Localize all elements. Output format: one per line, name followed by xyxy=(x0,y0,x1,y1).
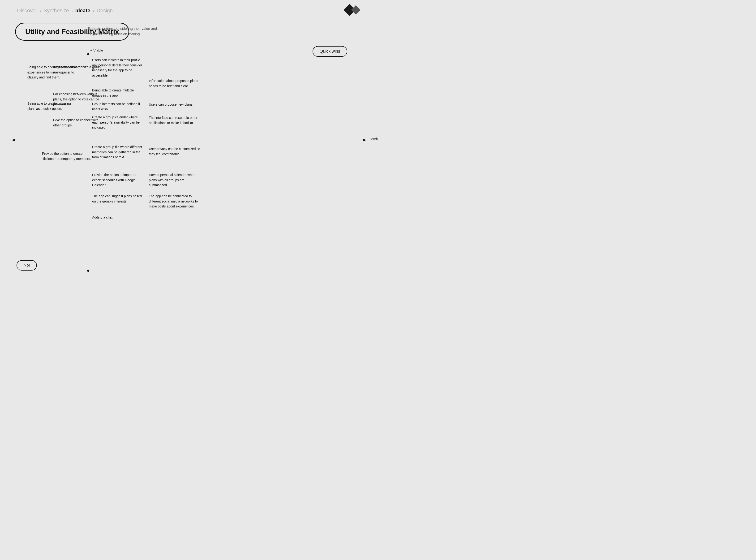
q2-right-item-2: Provide the option to import or export s… xyxy=(92,173,144,188)
breadcrumb-design[interactable]: Design xyxy=(97,7,113,14)
no-button[interactable]: No! xyxy=(17,260,37,271)
q2-mid-item-1: Provide the option to create "fictional"… xyxy=(42,151,94,161)
q2-right-item-3: The app can suggest plans based on the g… xyxy=(92,194,144,204)
breadcrumb-ideate[interactable]: Ideate xyxy=(75,7,90,14)
subtitle: Evaluate options considering their value… xyxy=(87,26,163,37)
q1-right-item-3: Group interests can be defined if users … xyxy=(92,102,144,112)
matrix: + Viable - Useful + - Being able to add … xyxy=(14,54,364,271)
q1-far-right-item-3: The interface can resemble other applica… xyxy=(149,115,201,125)
q2-right-item-4: Adding a chat. xyxy=(92,215,114,220)
label-viable-minus: - xyxy=(89,273,90,277)
label-viable-plus: + Viable xyxy=(90,48,103,52)
breadcrumb-sep-1: › xyxy=(40,8,41,14)
breadcrumb-synthesize[interactable]: Synthesize xyxy=(43,7,69,14)
label-useful-plus: Useful + xyxy=(370,137,378,141)
axis-vertical xyxy=(88,54,88,271)
q2-right-item-1: Create a group file where different memo… xyxy=(92,145,144,160)
axis-horizontal xyxy=(14,140,364,140)
breadcrumb: Discover › Synthesize › Ideate › Design xyxy=(17,7,113,14)
q1-right-item-1: Users can indicate in their profile any … xyxy=(92,58,144,78)
q1-right-item-2: Being able to create multiple groups in … xyxy=(92,88,144,98)
breadcrumb-sep-2: › xyxy=(71,8,73,14)
q2-far-right-item-2: Have a personal calendar where plans wit… xyxy=(149,173,201,188)
q1-right-item-4: Create a group calendar where each perso… xyxy=(92,115,144,130)
breadcrumb-discover[interactable]: Discover xyxy=(17,7,37,14)
label-useful-minus: - xyxy=(9,137,11,141)
q2-far-right-item-3: The app can be connected to different so… xyxy=(149,194,201,209)
q2-far-right-item-1: User privacy can be customized so they f… xyxy=(149,146,201,157)
q1-far-right-item-1: Information about proposed plans needs t… xyxy=(149,78,201,88)
q1-far-right-item-2: Users can propose new plans. xyxy=(149,102,193,107)
logo xyxy=(345,6,359,14)
breadcrumb-sep-3: › xyxy=(93,8,94,14)
